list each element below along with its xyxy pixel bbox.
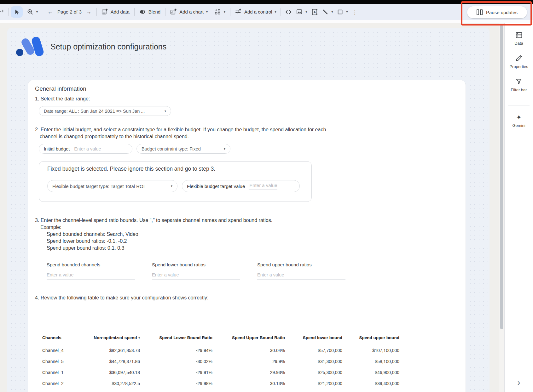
field-placeholder: Enter a value [257, 272, 362, 278]
add-chart-label: Add a chart [179, 9, 204, 14]
next-page-button[interactable]: → [86, 9, 92, 15]
configuration-table: Channels Non-optimized spend▾ Spend Lowe… [42, 335, 399, 392]
col-channels[interactable]: Channels [42, 335, 81, 345]
toolbar-divider [43, 8, 43, 16]
chevron-down-icon: ▾ [305, 10, 307, 14]
table-cell: Channel_4 [42, 345, 81, 356]
report-canvas[interactable]: Setup optimization configurations Genera… [0, 23, 504, 392]
col-spend-lower-bound-ratio[interactable]: Spend Lower Bound Ratio [140, 335, 212, 345]
add-data-button[interactable]: Add data [101, 8, 130, 15]
select-tool-button[interactable] [11, 6, 23, 18]
table-row: Channel_4$82,361,853.73-29.94%30.04%$57,… [42, 345, 399, 356]
report-header: Setup optimization configurations [15, 37, 166, 57]
step2-line2: channel is changed proportionately to th… [35, 133, 457, 140]
line-tool-button[interactable]: ▾ [322, 9, 333, 15]
table-cell: 30.08% [212, 389, 285, 392]
field-label: Spend upper bound ratios [257, 262, 362, 268]
spend-lower-bound-ratios-field[interactable]: Spend lower bound ratios Enter a value [152, 262, 257, 280]
spend-upper-bound-ratios-field[interactable]: Spend upper bound ratios Enter a value [257, 262, 362, 280]
step3-example-label: Example: [35, 224, 457, 231]
redo-icon[interactable] [0, 8, 5, 16]
panel-label: Filter bar [511, 88, 527, 92]
zoom-tool-button[interactable]: ▾ [27, 9, 38, 15]
general-information-card: General information 1. Select the date r… [28, 80, 466, 392]
col-spend-upper-bound[interactable]: Spend upper bound [342, 335, 399, 345]
panel-label: Gemini [512, 123, 525, 128]
table-cell: $25,300,000 [285, 367, 342, 378]
prev-page-button[interactable]: ← [47, 9, 53, 15]
pause-updates-button[interactable]: Pause updates [467, 6, 527, 18]
table-cell: $107,100,000 [342, 345, 399, 356]
spend-bounded-channels-field[interactable]: Spend bounded channels Enter a value [47, 262, 152, 280]
fixed-budget-note: Fixed budget is selected. Please ignore … [47, 166, 311, 172]
add-chart-icon [170, 8, 177, 15]
step4-text: 4. Review the following table to make su… [35, 294, 457, 301]
gemini-icon: ✦ [516, 113, 522, 121]
card-heading: General information [35, 85, 457, 92]
initial-budget-placeholder: Enter a value [74, 146, 101, 151]
table-cell: -29.98% [140, 378, 212, 389]
step2-text: 2. Enter the initial budget, and select … [35, 126, 457, 140]
add-image-button[interactable]: ▾ [296, 8, 307, 15]
flexible-target-value-placeholder: Enter a value [249, 183, 277, 190]
line-icon [322, 9, 329, 15]
col-spend-lower-bound[interactable]: Spend lower bound [285, 335, 342, 345]
page-title: Setup optimization configurations [50, 42, 166, 51]
table-cell: 30.13% [212, 378, 285, 389]
report-page[interactable]: Setup optimization configurations Genera… [7, 28, 490, 392]
page-indicator[interactable]: Page 2 of 3 [57, 9, 82, 14]
field-underline [47, 279, 135, 280]
table-cell: 29.93% [212, 367, 285, 378]
add-control-button[interactable]: Add a control ▾ [235, 8, 276, 15]
flexible-budget-section: Fixed budget is selected. Please ignore … [39, 161, 312, 202]
meridian-logo-icon [15, 37, 43, 57]
community-visualizations-icon [214, 8, 221, 15]
table-cell: Channel_2 [42, 378, 81, 389]
text-box-icon[interactable]: A [311, 8, 318, 16]
field-label: Spend lower bound ratios [152, 262, 257, 268]
zoom-icon [27, 9, 34, 15]
step3-example-line: Spend upper bound ratios: 0.1, 0.3 [35, 245, 457, 252]
col-non-optimized-spend[interactable]: Non-optimized spend▾ [81, 335, 140, 345]
vertical-scrollbar[interactable] [499, 23, 504, 392]
panel-item-data[interactable]: Data [514, 31, 523, 46]
flexible-target-value-input[interactable]: Flexible budget target value Enter a val… [182, 180, 300, 192]
shape-icon [337, 9, 344, 15]
budget-constraint-select[interactable]: Budget constraint type: Fixed ▾ [136, 144, 230, 154]
initial-budget-label: Initial budget [44, 146, 70, 151]
community-visualizations-button[interactable]: ▾ [214, 8, 225, 15]
chevron-down-icon: ▾ [220, 147, 225, 151]
budget-constraint-value: Budget constraint type: Fixed [142, 146, 201, 151]
table-row: Channel_1$36,097,540.18-29.91%29.93%$25,… [42, 367, 399, 378]
table-cell: -30.02% [140, 356, 212, 367]
toolbar-divider [8, 8, 9, 16]
scrollbar-thumb[interactable] [500, 25, 503, 329]
panel-divider [508, 105, 530, 105]
toolbar-divider [281, 8, 281, 16]
panel-item-filter-bar[interactable]: Filter bar [511, 77, 527, 92]
table-cell: $82,361,853.73 [81, 345, 140, 356]
col-spend-upper-bound-ratio[interactable]: Spend Upper Bound Ratio [212, 335, 285, 345]
initial-budget-input[interactable]: Initial budget Enter a value [39, 144, 132, 154]
table-cell: -29.94% [140, 345, 212, 356]
table-cell: $58,100,000 [342, 356, 399, 367]
add-control-icon [235, 8, 242, 15]
svg-text:A: A [314, 10, 316, 14]
blend-button[interactable]: Blend [139, 8, 160, 15]
shape-tool-button[interactable]: ▾ [337, 9, 348, 15]
panel-item-gemini[interactable]: ✦ Gemini [512, 113, 525, 128]
more-options-icon[interactable]: ⋮ [352, 9, 358, 15]
spend-bounds-inputs: Spend bounded channels Enter a value Spe… [47, 262, 457, 280]
table-cell: $27,700,000 [342, 389, 399, 392]
date-range-control[interactable]: Date range: ALL : Sun Jan 24 2021 => Sun… [39, 106, 171, 116]
field-underline [257, 279, 345, 280]
chevron-down-icon: ▾ [161, 110, 166, 113]
field-underline [152, 279, 240, 280]
embed-code-icon[interactable] [285, 8, 292, 16]
panel-item-properties[interactable]: Properties [509, 54, 528, 69]
table-cell: $30,278,522.5 [81, 378, 140, 389]
flexible-target-type-select[interactable]: Flexible budget target type: Target Tota… [47, 180, 177, 192]
date-range-value: Date range: ALL : Sun Jan 24 2021 => Sun… [44, 109, 145, 114]
add-chart-button[interactable]: Add a chart ▾ [170, 8, 208, 15]
panel-collapse-chevron-icon[interactable]: › [518, 378, 520, 387]
